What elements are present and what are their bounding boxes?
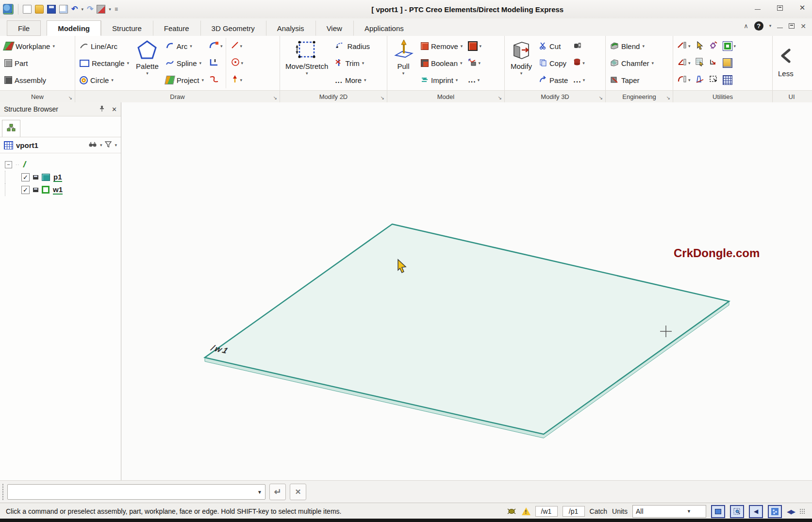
settings-gear-icon[interactable]: [709, 41, 718, 51]
workplane-caret-icon[interactable]: ▾: [52, 44, 55, 49]
qat-more-icon[interactable]: ≡: [115, 6, 118, 12]
open-file-icon[interactable]: [35, 5, 44, 14]
undo-icon[interactable]: ↶: [71, 5, 78, 13]
point-icon[interactable]: [231, 75, 239, 85]
resize-grip[interactable]: [799, 508, 805, 514]
perpendicular-icon[interactable]: [209, 58, 219, 68]
modify-caret-icon[interactable]: ▾: [520, 71, 523, 76]
w1-checkbox[interactable]: ✓: [21, 186, 30, 194]
measure-radius-caret-icon[interactable]: ▾: [688, 78, 691, 82]
workplane-button[interactable]: Workplane ▾: [3, 39, 56, 53]
imprint-caret-icon[interactable]: ▾: [456, 78, 458, 82]
move-stretch-caret-icon[interactable]: ▾: [306, 71, 308, 76]
circle-caret-icon[interactable]: ▾: [111, 78, 114, 82]
catch-toggle[interactable]: Catch: [590, 507, 608, 515]
tab-structure[interactable]: Structure: [101, 20, 153, 36]
debug-bug-icon[interactable]: [506, 507, 517, 516]
command-enter-button[interactable]: ↵: [269, 484, 286, 500]
tangent-icon[interactable]: [209, 75, 219, 85]
customize-caret-icon[interactable]: ▾: [109, 7, 111, 12]
project-caret-icon[interactable]: ▾: [201, 78, 204, 82]
model-more-dots-icon[interactable]: ...: [468, 76, 476, 84]
trim-caret-icon[interactable]: ▾: [362, 61, 365, 65]
grid-table-icon[interactable]: [723, 75, 732, 85]
trim-button[interactable]: Trim ▾: [333, 56, 371, 70]
print-preview-icon[interactable]: [59, 5, 68, 14]
command-grip-handle[interactable]: [1, 484, 4, 500]
axis-tool-caret-icon[interactable]: ▾: [478, 61, 481, 65]
circle-button[interactable]: Circle ▾: [78, 73, 131, 87]
zoom-window-button[interactable]: [730, 505, 744, 518]
remove-caret-icon[interactable]: ▾: [461, 44, 463, 49]
measure-angle-caret-icon[interactable]: ▾: [688, 61, 691, 65]
move-stretch-button[interactable]: Move/Stretch ▾: [282, 38, 331, 88]
select-region-icon[interactable]: [709, 75, 718, 85]
help-caret-icon[interactable]: ▾: [769, 24, 772, 28]
more-2d-caret-icon[interactable]: ▾: [364, 78, 366, 82]
tab-feature[interactable]: Feature: [153, 20, 200, 36]
measure-length-icon[interactable]: [677, 41, 687, 51]
tree-row-p1[interactable]: ✓ p1: [5, 171, 121, 183]
face-change-icon[interactable]: [468, 41, 478, 51]
measure-length-caret-icon[interactable]: ▾: [688, 44, 691, 49]
splitter-icon[interactable]: ◀▶: [787, 508, 795, 515]
shaded-view-button[interactable]: [768, 505, 782, 518]
units-button[interactable]: Units: [612, 507, 628, 515]
spline-button[interactable]: Spline ▾: [164, 56, 205, 70]
rectangle-button[interactable]: Rectangle ▾: [78, 56, 131, 70]
command-combobox[interactable]: ▼: [7, 484, 265, 500]
parts-folder-icon[interactable]: [723, 58, 732, 68]
w1-label[interactable]: w1: [53, 185, 63, 195]
part-button[interactable]: Part: [3, 56, 56, 70]
modify-button[interactable]: Modify ▾: [507, 38, 536, 88]
minimize-button[interactable]: [753, 4, 762, 12]
arc-button[interactable]: Arc ▾: [164, 39, 205, 53]
palette-caret-icon[interactable]: ▾: [146, 71, 149, 76]
pick-cursor-icon[interactable]: [696, 41, 704, 51]
search-caret-icon[interactable]: ▾: [100, 143, 102, 147]
model-more-caret-icon[interactable]: ▾: [478, 78, 480, 82]
save-icon[interactable]: [47, 5, 56, 14]
modify3d-more-caret-icon[interactable]: ▾: [583, 78, 585, 82]
construction-line-icon[interactable]: [231, 41, 239, 51]
blend-button[interactable]: Blend ▾: [609, 39, 655, 53]
doc-close-icon[interactable]: ✕: [800, 23, 806, 30]
tab-applications[interactable]: Applications: [353, 20, 415, 36]
blend-caret-icon[interactable]: ▾: [642, 44, 645, 49]
remove-button[interactable]: Remove ▾: [419, 39, 464, 53]
measure-angle-icon[interactable]: [677, 58, 687, 68]
command-input[interactable]: [8, 485, 254, 499]
point-caret-icon[interactable]: ▾: [240, 78, 243, 82]
construction-circle-icon[interactable]: [231, 58, 240, 68]
tab-view[interactable]: View: [315, 20, 353, 36]
line-arc-button[interactable]: Line/Arc: [78, 39, 131, 53]
imprint-button[interactable]: Imprint ▾: [419, 73, 464, 87]
model-launcher-icon[interactable]: ↘: [498, 95, 502, 100]
new-file-icon[interactable]: [23, 5, 32, 14]
filter-caret-icon[interactable]: ▾: [115, 143, 117, 147]
help-icon[interactable]: ?: [754, 21, 763, 31]
corner-fillet-icon[interactable]: [209, 41, 219, 51]
corner-fillet-caret-icon[interactable]: ▾: [220, 44, 223, 49]
part-context-field[interactable]: /p1: [563, 506, 585, 517]
previous-view-button[interactable]: ◀: [749, 505, 763, 518]
thread-tool-icon[interactable]: [573, 58, 581, 68]
new-launcher-icon[interactable]: ↘: [68, 95, 72, 100]
p1-label[interactable]: p1: [53, 173, 62, 182]
measure-radius-icon[interactable]: [677, 75, 687, 85]
more-2d-button[interactable]: ... More ▾: [333, 73, 371, 87]
close-button[interactable]: ✕: [797, 4, 807, 12]
viewport-3d[interactable]: /w1 CrkDongle.com: [121, 102, 812, 480]
undo-caret-icon[interactable]: ▾: [81, 7, 83, 12]
table-pick-icon[interactable]: [696, 58, 704, 68]
pull-caret-icon[interactable]: ▾: [402, 71, 405, 76]
reorient-icon[interactable]: [709, 58, 718, 68]
paste-button[interactable]: Paste: [538, 73, 569, 87]
pull-button[interactable]: Pull ▾: [389, 38, 417, 88]
command-dropdown-icon[interactable]: ▼: [254, 489, 265, 495]
collapse-root-icon[interactable]: −: [5, 161, 12, 168]
tab-modeling[interactable]: Modeling: [47, 20, 101, 36]
tree-root-row[interactable]: − ·· /: [5, 158, 121, 171]
search-binoculars-icon[interactable]: [88, 141, 97, 149]
tab-3d-geometry[interactable]: 3D Geometry: [200, 20, 266, 36]
